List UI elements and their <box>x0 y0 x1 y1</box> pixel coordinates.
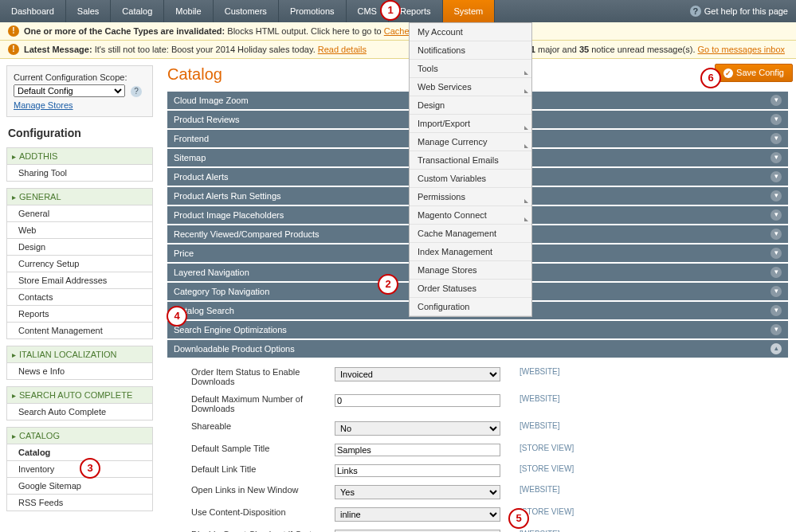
menu-design[interactable]: Design <box>410 96 531 115</box>
scope-label: Current Configuration Scope: <box>14 72 146 82</box>
field-scope: [STORE VIEW] <box>520 444 574 456</box>
field-label: Open Links in New Window <box>191 485 335 499</box>
field-row: Default Maximum Number of Downloads[WEBS… <box>191 394 788 413</box>
field-label: Default Sample Title <box>191 444 335 456</box>
callout-5: 5 <box>508 508 529 529</box>
sidebar-item-search-auto-complete[interactable]: Search Auto Complete <box>6 404 153 421</box>
field-default-sample-title[interactable] <box>335 444 500 456</box>
sidebar-item-web[interactable]: Web <box>6 222 153 239</box>
section-body: Order Item Status to Enable DownloadsInv… <box>167 359 788 532</box>
expand-icon: ▾ <box>771 114 782 125</box>
unread-messages: You have 1 major and 35 notice unread me… <box>492 45 788 54</box>
menu-cache-management[interactable]: Cache Management <box>410 225 531 243</box>
nav-sales[interactable]: Sales <box>66 0 112 22</box>
callout-3: 3 <box>80 458 100 479</box>
nav-catalog[interactable]: Catalog <box>111 0 164 22</box>
sidebar-item-google-sitemap[interactable]: Google Sitemap <box>6 478 153 495</box>
nav-system[interactable]: System <box>443 0 496 22</box>
sidebar-group-general[interactable]: GENERAL <box>6 188 153 205</box>
section-search-engine-optimizations[interactable]: Search Engine Optimizations▾ <box>167 321 788 338</box>
config-scope-box: Current Configuration Scope: Default Con… <box>6 65 153 117</box>
system-dropdown: My AccountNotificationsToolsWeb Services… <box>409 22 532 317</box>
configuration-heading: Configuration <box>8 127 153 139</box>
check-icon: ✓ <box>723 68 733 78</box>
sidebar-item-reports[interactable]: Reports <box>6 306 153 323</box>
expand-icon: ▾ <box>771 171 782 182</box>
sidebar-group-search-auto-complete[interactable]: SEARCH AUTO COMPLETE <box>6 386 153 404</box>
expand-icon: ▾ <box>771 152 782 163</box>
sidebar-item-catalog[interactable]: Catalog <box>6 444 153 461</box>
field-label: Order Item Status to Enable Downloads <box>191 367 335 386</box>
message-bar-cache: ! One or more of the Cache Types are inv… <box>0 22 796 41</box>
expand-icon: ▾ <box>771 248 782 259</box>
menu-import-export[interactable]: Import/Export <box>410 115 531 133</box>
sidebar-item-store-email-addresses[interactable]: Store Email Addresses <box>6 272 153 289</box>
field-row: Order Item Status to Enable DownloadsInv… <box>191 367 788 386</box>
field-row: Default Sample Title[STORE VIEW] <box>191 444 788 456</box>
menu-notifications[interactable]: Notifications <box>410 41 531 60</box>
field-use-content-disposition[interactable]: inline <box>335 507 500 522</box>
sidebar-item-content-management[interactable]: Content Management <box>6 323 153 339</box>
sidebar-item-news-e-info[interactable]: News e Info <box>6 363 153 380</box>
sidebar-item-contacts[interactable]: Contacts <box>6 289 153 306</box>
nav-dashboard[interactable]: Dashboard <box>0 0 66 22</box>
field-scope: [WEBSITE] <box>520 394 560 413</box>
warning-icon: ! <box>8 44 19 55</box>
read-details-link[interactable]: Read details <box>318 45 367 54</box>
section-downloadable-product-options[interactable]: Downloadable Product Options▴ <box>167 340 788 358</box>
collapse-icon: ▴ <box>771 343 782 354</box>
nav-customers[interactable]: Customers <box>214 0 279 22</box>
help-link[interactable]: ?Get help for this page <box>682 0 796 22</box>
hint-icon[interactable]: ? <box>131 86 142 97</box>
field-shareable[interactable]: No <box>335 421 500 436</box>
field-scope: [STORE VIEW] <box>520 464 574 477</box>
field-open-links-in-new-window[interactable]: Yes <box>335 485 500 499</box>
field-order-item-status-to-enable-downloads[interactable]: Invoiced <box>335 367 500 381</box>
menu-manage-stores[interactable]: Manage Stores <box>410 261 531 280</box>
sidebar-group-catalog[interactable]: CATALOG <box>6 427 153 444</box>
menu-web-services[interactable]: Web Services <box>410 78 531 96</box>
sidebar-group-italian-localization[interactable]: ITALIAN LOCALIZATION <box>6 346 153 363</box>
messages-inbox-link[interactable]: Go to messages inbox <box>698 45 785 54</box>
field-row: Default Link Title[STORE VIEW] <box>191 464 788 477</box>
expand-icon: ▾ <box>771 190 782 201</box>
sidebar-group-addthis[interactable]: ADDTHIS <box>6 147 153 165</box>
menu-index-management[interactable]: Index Management <box>410 243 531 261</box>
expand-icon: ▾ <box>771 229 782 240</box>
field-default-link-title[interactable] <box>335 464 500 477</box>
callout-2: 2 <box>378 274 398 295</box>
scope-select[interactable]: Default Config <box>14 84 125 97</box>
save-config-button[interactable]: ✓Save Config <box>715 64 793 82</box>
sidebar-item-general[interactable]: General <box>6 205 153 222</box>
nav-mobile[interactable]: Mobile <box>164 0 213 22</box>
manage-stores-link[interactable]: Manage Stores <box>14 100 73 110</box>
field-scope: [WEBSITE] <box>520 485 560 499</box>
field-row: Open Links in New WindowYes[WEBSITE] <box>191 485 788 499</box>
menu-tools[interactable]: Tools <box>410 60 531 78</box>
sidebar-item-rss-feeds[interactable]: RSS Feeds <box>6 495 153 511</box>
msg-bold: One or more of the Cache Types are inval… <box>24 26 225 36</box>
menu-permissions[interactable]: Permissions <box>410 188 531 206</box>
menu-manage-currency[interactable]: Manage Currency <box>410 133 531 151</box>
expand-icon: ▾ <box>771 95 782 106</box>
sidebar-item-sharing-tool[interactable]: Sharing Tool <box>6 165 153 182</box>
field-label: Default Link Title <box>191 464 335 477</box>
menu-custom-variables[interactable]: Custom Variables <box>410 170 531 188</box>
callout-1: 1 <box>380 0 401 21</box>
menu-configuration[interactable]: Configuration <box>410 298 531 316</box>
expand-icon: ▾ <box>771 324 782 335</box>
field-default-maximum-number-of-downloads[interactable] <box>335 394 500 407</box>
menu-magento-connect[interactable]: Magento Connect <box>410 206 531 225</box>
field-scope: [WEBSITE] <box>520 421 560 436</box>
field-label: Default Maximum Number of Downloads <box>191 394 335 413</box>
sidebar-item-design[interactable]: Design <box>6 239 153 256</box>
menu-my-account[interactable]: My Account <box>410 23 531 41</box>
field-scope: [WEBSITE] <box>520 367 560 386</box>
nav-promotions[interactable]: Promotions <box>279 0 347 22</box>
expand-icon: ▾ <box>771 209 782 221</box>
menu-transactional-emails[interactable]: Transactional Emails <box>410 151 531 170</box>
expand-icon: ▾ <box>771 286 782 297</box>
menu-order-statuses[interactable]: Order Statuses <box>410 280 531 298</box>
sidebar-item-currency-setup[interactable]: Currency Setup <box>6 256 153 272</box>
callout-4: 4 <box>167 306 187 327</box>
